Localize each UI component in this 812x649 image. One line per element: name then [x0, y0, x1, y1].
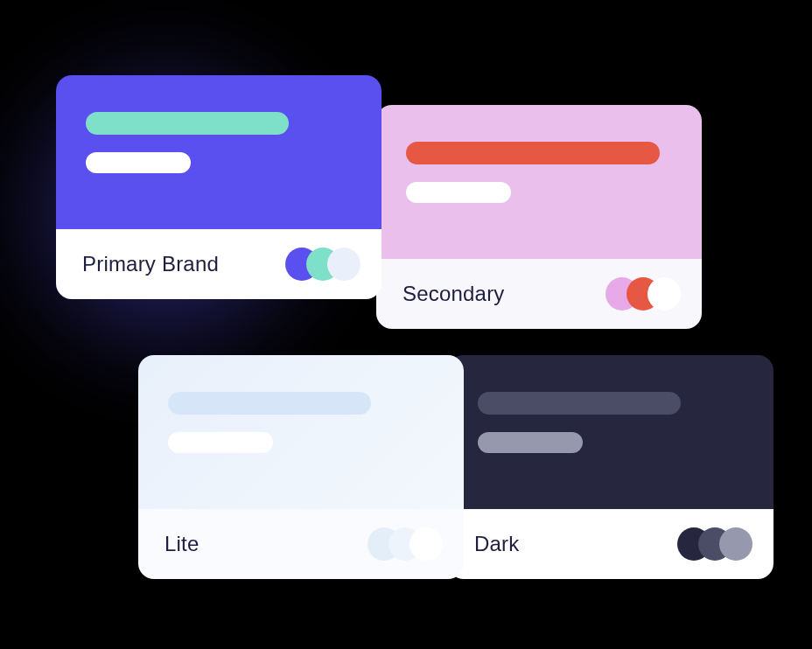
theme-footer-primary: Primary Brand — [56, 229, 382, 299]
theme-label-dark: Dark — [474, 532, 519, 556]
color-swatches-lite — [368, 527, 443, 561]
theme-preview-primary — [56, 75, 382, 229]
swatch-icon — [410, 527, 443, 561]
theme-label-primary: Primary Brand — [82, 252, 219, 276]
theme-card-primary[interactable]: Primary Brand — [56, 75, 382, 299]
color-swatches-primary — [285, 248, 360, 281]
theme-card-lite[interactable]: Lite — [138, 355, 464, 579]
preview-bar-small — [168, 432, 273, 453]
preview-bar-large — [406, 142, 660, 164]
theme-label-secondary: Secondary — [402, 282, 505, 306]
theme-card-dark[interactable]: Dark — [448, 355, 774, 579]
theme-footer-dark: Dark — [448, 509, 774, 579]
color-swatches-dark — [677, 527, 752, 561]
preview-bar-large — [478, 392, 681, 415]
theme-preview-dark — [448, 355, 774, 509]
preview-bar-small — [86, 152, 191, 173]
preview-bar-large — [86, 112, 289, 135]
preview-bar-large — [168, 392, 371, 415]
swatch-icon — [648, 277, 681, 311]
theme-footer-lite: Lite — [138, 509, 464, 579]
theme-preview-secondary — [376, 105, 702, 259]
preview-bar-small — [478, 432, 583, 453]
theme-label-lite: Lite — [164, 532, 200, 556]
theme-preview-lite — [138, 355, 464, 509]
swatch-icon — [327, 248, 360, 281]
preview-bar-small — [406, 182, 511, 203]
color-swatches-secondary — [606, 277, 681, 311]
swatch-icon — [719, 527, 752, 561]
theme-card-secondary[interactable]: Secondary — [376, 105, 702, 329]
theme-footer-secondary: Secondary — [376, 259, 702, 329]
